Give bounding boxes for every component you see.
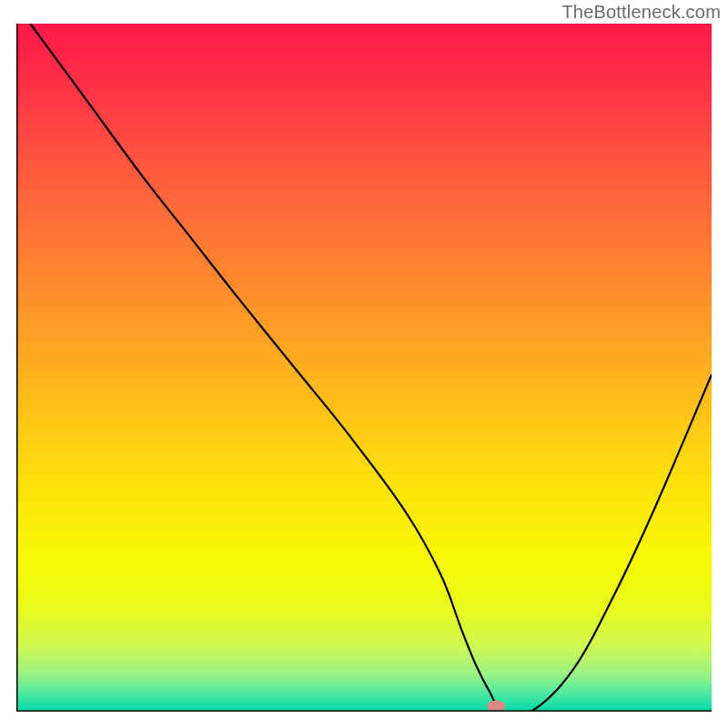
watermark-text: TheBottleneck.com xyxy=(561,2,721,23)
plot-area xyxy=(16,24,712,712)
chart-container: TheBottleneck.com xyxy=(0,0,728,728)
chart-svg xyxy=(16,24,712,712)
